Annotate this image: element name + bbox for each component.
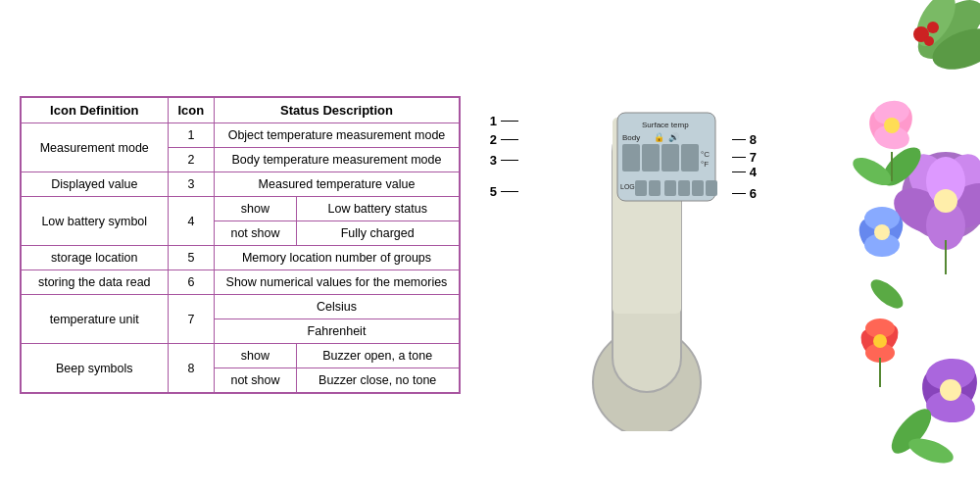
svg-text:°F: °F — [701, 160, 709, 169]
table-row: Beep symbols 8 show Buzzer open, a tone — [21, 344, 460, 368]
table-row: storing the data read 6 Show numerical v… — [21, 270, 460, 295]
callout-4: 4 — [732, 165, 757, 179]
svg-rect-9 — [642, 144, 660, 172]
table-row: storage location 5 Memory location numbe… — [21, 246, 460, 270]
svg-point-59 — [874, 224, 890, 240]
svg-text:🔒: 🔒 — [654, 131, 665, 143]
def-displayed-value: Displayed value — [21, 172, 168, 197]
svg-point-54 — [866, 274, 907, 314]
def-beep-symbols: Beep symbols — [21, 344, 168, 394]
desc-fully-charged: Fully charged — [296, 221, 460, 246]
svg-rect-11 — [681, 144, 699, 172]
notshow-label-1: not show — [215, 221, 296, 246]
col-header-definition: Icon Definition — [21, 97, 168, 123]
svg-text:LOG: LOG — [620, 183, 635, 190]
floral-decoration — [784, 0, 980, 490]
desc-buzzer-open: Buzzer open, a tone — [296, 344, 460, 368]
svg-point-26 — [924, 36, 934, 46]
desc-show-numerical: Show numerical values for the memories — [215, 270, 460, 295]
desc-low-battery-status: Low battery status — [296, 197, 460, 221]
show-label-2: show — [215, 344, 296, 368]
svg-rect-20 — [706, 180, 717, 196]
col-header-icon: Icon — [168, 97, 215, 123]
icon-6: 6 — [168, 270, 215, 295]
svg-rect-10 — [662, 144, 679, 172]
table-row: Measurement mode 1 Object temperature me… — [21, 123, 460, 148]
desc-celsius: Celsius — [215, 295, 460, 319]
desc-memory-location: Memory location number of groups — [215, 246, 460, 270]
svg-rect-16 — [649, 180, 661, 196]
desc-body-temp: Body temperature measurement mode — [215, 148, 460, 172]
def-temp-unit: temperature unit — [21, 295, 168, 344]
svg-rect-18 — [678, 180, 690, 196]
table-row: Low battery symbol 4 show Low battery st… — [21, 197, 460, 221]
def-measurement-mode: Measurement mode — [21, 123, 168, 172]
callout-7: 7 — [732, 150, 757, 165]
svg-point-34 — [934, 189, 957, 213]
svg-text:🔊: 🔊 — [668, 131, 680, 143]
icon-8: 8 — [168, 344, 215, 394]
svg-text:°C: °C — [701, 150, 710, 159]
icon-1: 1 — [168, 123, 215, 148]
desc-buzzer-close: Buzzer close, no tone — [296, 368, 460, 394]
table-row: Displayed value 3 Measured temperature v… — [21, 172, 460, 197]
notshow-label-2: not show — [215, 368, 296, 394]
svg-rect-19 — [692, 180, 704, 196]
svg-point-51 — [940, 379, 961, 401]
callout-2: 2 — [490, 132, 518, 147]
floral-svg — [784, 0, 980, 490]
def-low-battery: Low battery symbol — [21, 197, 168, 246]
callout-8: 8 — [732, 132, 757, 147]
svg-text:Surface temp: Surface temp — [642, 121, 689, 129]
callout-3: 3 — [490, 153, 518, 168]
icon-5: 5 — [168, 246, 215, 270]
table-section: Icon Definition Icon Status Description … — [0, 76, 470, 414]
svg-text:Body: Body — [622, 133, 640, 142]
svg-point-46 — [873, 334, 887, 348]
desc-measured-temp: Measured temperature value — [215, 172, 460, 197]
icon-4: 4 — [168, 197, 215, 246]
svg-rect-15 — [635, 180, 647, 196]
col-header-status: Status Description — [215, 97, 460, 123]
svg-rect-8 — [622, 144, 640, 172]
callout-1: 1 — [490, 114, 518, 128]
icon-definition-table: Icon Definition Icon Status Description … — [20, 96, 461, 394]
svg-point-39 — [884, 118, 900, 133]
icon-2: 2 — [168, 148, 215, 172]
def-storage-location: storage location — [21, 246, 168, 270]
desc-fahrenheit: Fahrenheit — [215, 319, 460, 344]
callout-5: 5 — [490, 184, 518, 199]
show-label-1: show — [215, 197, 296, 221]
svg-rect-17 — [664, 180, 676, 196]
table-row: temperature unit 7 Celsius — [21, 295, 460, 319]
icon-3: 3 — [168, 172, 215, 197]
thermometer-svg: Surface temp Body 🔒 🔊 °C °F LOG — [490, 59, 764, 431]
callout-6: 6 — [732, 186, 757, 201]
desc-object-temp: Object temperature measurement mode — [215, 123, 460, 148]
icon-7: 7 — [168, 295, 215, 344]
def-storing-data: storing the data read — [21, 270, 168, 295]
svg-point-25 — [927, 22, 939, 33]
thermometer-section: Surface temp Body 🔒 🔊 °C °F LOG 1 — [470, 49, 784, 441]
